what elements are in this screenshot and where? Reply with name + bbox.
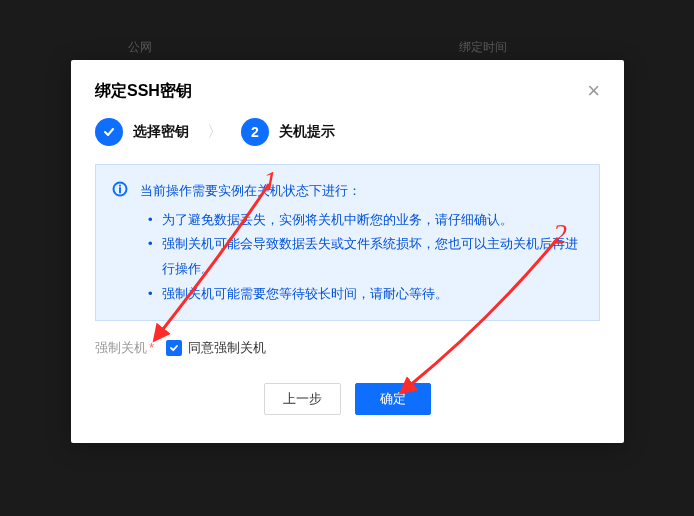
notice-item: 为了避免数据丢失，实例将关机中断您的业务，请仔细确认。 <box>148 208 583 233</box>
step-2-number: 2 <box>241 118 269 146</box>
force-shutdown-row: 强制关机* 同意强制关机 <box>71 339 624 383</box>
required-star: * <box>149 340 154 355</box>
force-shutdown-label: 强制关机* <box>95 339 154 357</box>
prev-button[interactable]: 上一步 <box>264 383 341 415</box>
checkbox-checked-icon <box>166 340 182 356</box>
step-1: 选择密钥 <box>95 118 189 146</box>
notice-item: 强制关机可能需要您等待较长时间，请耐心等待。 <box>148 282 583 307</box>
close-button[interactable]: × <box>587 80 600 102</box>
annotation-number-1: 1 <box>263 165 277 197</box>
agree-force-label: 同意强制关机 <box>188 339 266 357</box>
chevron-right-icon: 〉 <box>207 122 223 143</box>
notice-body: 当前操作需要实例在关机状态下进行： 为了避免数据丢失，实例将关机中断您的业务，请… <box>140 179 583 306</box>
modal-header: 绑定SSH密钥 × <box>71 60 624 118</box>
modal-footer: 上一步 确定 <box>71 383 624 443</box>
agree-force-checkbox[interactable]: 同意强制关机 <box>166 339 266 357</box>
step-indicator: 选择密钥 〉 2 关机提示 <box>71 118 624 164</box>
step-2-label: 关机提示 <box>279 123 335 141</box>
modal-title: 绑定SSH密钥 <box>95 81 192 102</box>
step-1-label: 选择密钥 <box>133 123 189 141</box>
bind-ssh-key-modal: 绑定SSH密钥 × 选择密钥 〉 2 关机提示 当前操作需要实例在关机状态下进行… <box>71 60 624 443</box>
notice-title: 当前操作需要实例在关机状态下进行： <box>140 179 583 204</box>
notice-item: 强制关机可能会导致数据丢失或文件系统损坏，您也可以主动关机后再进行操作。 <box>148 232 583 281</box>
confirm-button[interactable]: 确定 <box>355 383 431 415</box>
annotation-number-2: 2 <box>553 218 567 250</box>
check-icon <box>95 118 123 146</box>
info-icon <box>112 181 128 197</box>
step-2: 2 关机提示 <box>241 118 335 146</box>
close-icon: × <box>587 78 600 103</box>
shutdown-notice: 当前操作需要实例在关机状态下进行： 为了避免数据丢失，实例将关机中断您的业务，请… <box>95 164 600 321</box>
